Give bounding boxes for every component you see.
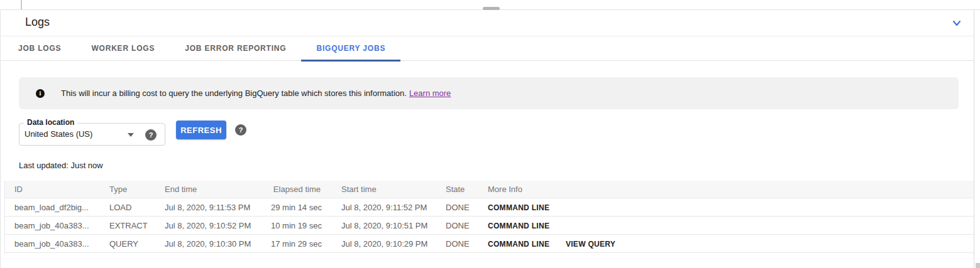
cell-elapsed-time: 29 min 14 sec — [271, 203, 331, 212]
cell-start-time: Jul 8, 2020, 9:10:51 PM — [331, 221, 436, 230]
data-location-select[interactable]: Data location United States (US) ? — [19, 123, 165, 146]
chevron-down-icon — [950, 17, 963, 29]
cell-end-time: Jul 8, 2020, 9:10:30 PM — [155, 239, 271, 249]
cell-more-info: COMMAND LINE VIEW QUERY — [478, 239, 974, 249]
table-row: beam_job_40a383... EXTRACT Jul 8, 2020, … — [5, 217, 974, 235]
banner-message: This will incur a billing cost to query … — [61, 88, 451, 98]
col-header-elapsed-time: Elapsed time — [271, 185, 331, 194]
cell-state: DONE — [436, 203, 478, 212]
cell-start-time: Jul 8, 2020, 9:11:52 PM — [331, 203, 436, 212]
col-header-more-info: More Info — [478, 185, 974, 194]
cell-state: DONE — [436, 239, 478, 249]
billing-info-banner: i This will incur a billing cost to quer… — [19, 77, 959, 109]
command-line-button[interactable]: COMMAND LINE — [488, 203, 549, 212]
panel-right-border — [974, 9, 974, 268]
cell-elapsed-time: 17 min 29 sec — [271, 239, 331, 249]
panel-resize-handle[interactable] — [483, 7, 500, 10]
command-line-button[interactable]: COMMAND LINE — [488, 222, 549, 230]
top-tick-mark — [21, 0, 22, 9]
data-location-value: United States (US) — [25, 129, 92, 139]
cell-end-time: Jul 8, 2020, 9:11:53 PM — [155, 203, 271, 212]
refresh-button[interactable]: REFRESH — [176, 121, 226, 139]
scrollbar-corner — [976, 263, 980, 268]
last-updated-status: Last updated: Just now — [19, 161, 103, 170]
cell-more-info: COMMAND LINE — [478, 221, 974, 230]
cell-more-info: COMMAND LINE — [478, 203, 974, 212]
tab-bigquery-jobs[interactable]: BIGQUERY JOBS — [301, 36, 400, 61]
cell-type: LOAD — [99, 203, 155, 212]
banner-message-text: This will incur a billing cost to query … — [61, 88, 407, 98]
table-row: beam_job_40a383... QUERY Jul 8, 2020, 9:… — [5, 235, 974, 253]
col-header-id: ID — [5, 185, 99, 194]
col-header-state: State — [436, 185, 478, 194]
tab-job-error-reporting[interactable]: JOB ERROR REPORTING — [170, 36, 301, 61]
cell-type: EXTRACT — [99, 221, 155, 230]
command-line-button[interactable]: COMMAND LINE — [488, 240, 549, 249]
cell-type: QUERY — [99, 239, 155, 249]
cell-id: beam_job_40a383... — [5, 221, 99, 230]
view-query-button[interactable]: VIEW QUERY — [566, 240, 615, 249]
collapse-panel-button[interactable] — [950, 17, 963, 29]
cell-id: beam_job_40a383... — [5, 239, 99, 249]
cell-end-time: Jul 8, 2020, 9:10:52 PM — [155, 221, 271, 230]
caret-down-icon — [128, 133, 134, 137]
col-header-type: Type — [99, 185, 155, 194]
learn-more-link[interactable]: Learn more — [409, 88, 451, 98]
table-row: beam_load_df2big... LOAD Jul 8, 2020, 9:… — [5, 198, 974, 217]
cell-start-time: Jul 8, 2020, 9:10:29 PM — [331, 239, 436, 249]
col-header-start-time: Start time — [331, 185, 436, 194]
cell-id: beam_load_df2big... — [5, 203, 99, 212]
logs-panel: Logs JOB LOGS WORKER LOGS JOB ERROR REPO… — [0, 0, 980, 268]
col-header-end-time: End time — [155, 185, 271, 194]
table-header-row: ID Type End time Elapsed time Start time… — [5, 181, 974, 198]
tab-worker-logs[interactable]: WORKER LOGS — [76, 36, 170, 61]
refresh-help-icon[interactable]: ? — [235, 124, 246, 136]
logs-tab-bar: JOB LOGS WORKER LOGS JOB ERROR REPORTING… — [0, 36, 974, 61]
bigquery-jobs-table: ID Type End time Elapsed time Start time… — [4, 181, 974, 253]
cell-elapsed-time: 10 min 19 sec — [271, 221, 331, 230]
cell-state: DONE — [436, 221, 478, 230]
page-title: Logs — [25, 16, 50, 29]
data-location-help-icon[interactable]: ? — [145, 129, 157, 141]
info-icon: i — [36, 89, 45, 98]
tab-job-logs[interactable]: JOB LOGS — [3, 36, 76, 61]
data-location-label: Data location — [24, 118, 77, 127]
